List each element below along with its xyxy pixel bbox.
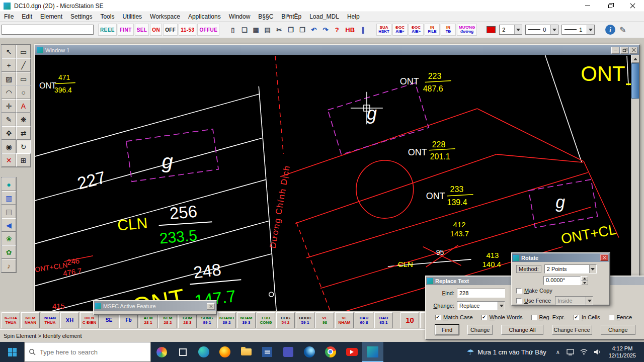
bottom-tool-button[interactable]: KIEM NHAN — [21, 312, 40, 328]
search-highlights-button[interactable] — [151, 342, 172, 362]
fence-tool[interactable]: ▭ — [16, 45, 31, 58]
menu-item[interactable]: Help — [343, 13, 364, 20]
change-mode-select[interactable]: Replace — [457, 301, 505, 310]
viet-tool-button[interactable]: ĐOC AIE« — [392, 24, 408, 36]
help-icon[interactable]: ? — [332, 24, 342, 36]
bottom-tool-button[interactable]: KHANH 39-2 — [217, 312, 236, 328]
close-button[interactable] — [621, 0, 644, 12]
circle-tool[interactable]: ○ — [16, 85, 31, 99]
angle-stepper[interactable] — [581, 276, 588, 285]
print-area-tool[interactable]: ▤ — [2, 205, 16, 218]
annotate-tool[interactable]: ✎ — [2, 113, 16, 126]
find-input[interactable] — [457, 289, 505, 298]
move-tool[interactable]: ✥ — [2, 126, 16, 140]
cut-icon[interactable]: ✂ — [274, 24, 284, 36]
close-button[interactable] — [600, 254, 608, 261]
edge-app-button[interactable] — [193, 342, 214, 362]
checkbox[interactable]: ✓ — [574, 315, 579, 320]
option-checkbox-item[interactable]: Fence — [609, 314, 632, 320]
taskbar-search[interactable] — [24, 342, 151, 362]
tree-tool[interactable]: ✿ — [2, 245, 16, 259]
line-style-select[interactable]: 0 — [525, 25, 558, 35]
active-color-swatch[interactable] — [487, 26, 496, 33]
app-titlebar[interactable]: DC10.dgn (2D) - MicroStation SE — [0, 0, 644, 12]
menu-item[interactable]: BiªntËp — [277, 13, 305, 20]
points-tool[interactable]: + — [2, 58, 16, 72]
bottom-tool-button[interactable]: BOOC 59-1 — [296, 312, 314, 328]
file-explorer-button[interactable] — [235, 342, 257, 362]
weather-widget[interactable]: ☂ Mưa 1 cm vào Thứ Bảy — [461, 347, 552, 357]
microstation-app-button[interactable] — [362, 342, 383, 362]
checkbox[interactable]: ✓ — [435, 315, 441, 320]
fence-mode-select[interactable]: Inside — [555, 296, 593, 305]
use-fence-checkbox[interactable] — [516, 298, 522, 304]
wifi-tray-icon[interactable] — [577, 349, 591, 355]
arc-tool[interactable]: ◠ — [2, 85, 16, 99]
dimension-tool[interactable]: ✛ — [2, 99, 16, 113]
task-view-button[interactable] — [172, 342, 193, 362]
bottom-tool-button[interactable]: 10 — [400, 312, 419, 328]
option-checkbox-item[interactable]: ✓ Match Case — [435, 314, 473, 320]
menu-item[interactable]: Tools — [96, 13, 118, 20]
bottom-tool-button[interactable]: VE NHAM — [335, 312, 354, 328]
bottom-tool-button[interactable]: XH — [60, 312, 79, 328]
pen-tool-icon[interactable]: ✎ — [619, 25, 626, 35]
bottom-tool-button[interactable]: K-TRA THUA — [2, 312, 20, 328]
custom-tool-button[interactable]: OFF — [163, 24, 178, 36]
option-checkbox-item[interactable]: ✓ In Cells — [574, 314, 600, 320]
menu-item[interactable]: Applications — [184, 13, 225, 20]
cell-tool[interactable]: ❋ — [16, 113, 31, 126]
menu-item[interactable]: Load_MDL — [305, 13, 343, 20]
dialog-button[interactable]: Change Fence — [552, 325, 592, 335]
open-file-icon[interactable]: ❏ — [239, 24, 250, 36]
shape-tool[interactable]: ▭ — [16, 72, 31, 85]
scale-tool[interactable]: ⇄ — [16, 126, 31, 140]
divider-tool-icon[interactable]: ∥ — [358, 24, 368, 36]
undo-icon[interactable]: ↶ — [308, 24, 319, 36]
word-app-button[interactable] — [257, 342, 278, 362]
bottom-tool-button[interactable]: CFIG 54-2 — [276, 312, 295, 328]
info-icon[interactable]: i — [605, 25, 615, 35]
search-input[interactable] — [40, 348, 135, 356]
method-select[interactable]: 2 Points — [544, 264, 597, 274]
start-button[interactable] — [0, 342, 24, 362]
chrome-app-button[interactable] — [320, 342, 341, 362]
note-tool[interactable]: ♪ — [2, 259, 16, 273]
custom-tool-button[interactable]: OFFUE — [197, 24, 219, 36]
custom-tool-button[interactable]: ON — [150, 24, 162, 36]
teams-app-button[interactable] — [278, 342, 299, 362]
menu-item[interactable]: File — [0, 13, 18, 20]
level-select[interactable]: 2 — [499, 25, 522, 35]
menu-item[interactable]: B§§C — [254, 13, 277, 20]
viet-tool-button[interactable]: ĐOC AIE» — [409, 24, 424, 36]
bottom-tool-button[interactable]: ĐAU 65-1 — [374, 312, 393, 328]
custom-tool-button[interactable]: SEL — [135, 24, 149, 36]
redo-icon[interactable]: ↷ — [320, 24, 331, 36]
viet-tool-button[interactable]: IN FILE — [425, 24, 440, 36]
bottom-tool-button[interactable]: LUU CONG — [257, 312, 275, 328]
line-weight-select[interactable]: 1 — [561, 25, 595, 35]
fit-view-tool[interactable]: ⊞ — [16, 153, 31, 167]
viet-tool-button[interactable]: SUA HSKT — [376, 24, 391, 36]
rotate-titlebar[interactable]: Rotate — [512, 253, 609, 262]
levels-tool[interactable]: ▥ — [2, 191, 16, 205]
checkbox[interactable]: ✓ — [481, 315, 487, 320]
menu-item[interactable]: Settings — [66, 13, 96, 20]
spin-down-icon[interactable] — [581, 281, 588, 285]
custom-tool-button[interactable]: REEE — [98, 24, 117, 36]
dialog-button[interactable]: Change All — [501, 325, 543, 335]
display-tray-icon[interactable] — [564, 349, 577, 355]
window-close-button[interactable] — [629, 47, 637, 54]
custom-tool-button[interactable]: FINT — [118, 24, 134, 36]
marker-tool[interactable]: ◀ — [2, 218, 16, 232]
pattern-tool[interactable]: ▨ — [2, 72, 16, 85]
rotate-tool[interactable]: ↻ — [16, 140, 31, 153]
taskbar-clock[interactable]: 4:12 PM 12/11/2025 — [604, 345, 641, 359]
new-file-icon[interactable]: ▯ — [227, 24, 238, 36]
custom-tool-button[interactable]: 11-53 — [179, 24, 196, 36]
delete-tool[interactable]: ✕ — [2, 153, 16, 167]
dialog-button[interactable]: Change — [601, 325, 635, 335]
save-icon[interactable]: ▦ — [251, 24, 261, 36]
close-button[interactable] — [207, 303, 215, 310]
scrollbar-thumb[interactable] — [631, 63, 639, 99]
